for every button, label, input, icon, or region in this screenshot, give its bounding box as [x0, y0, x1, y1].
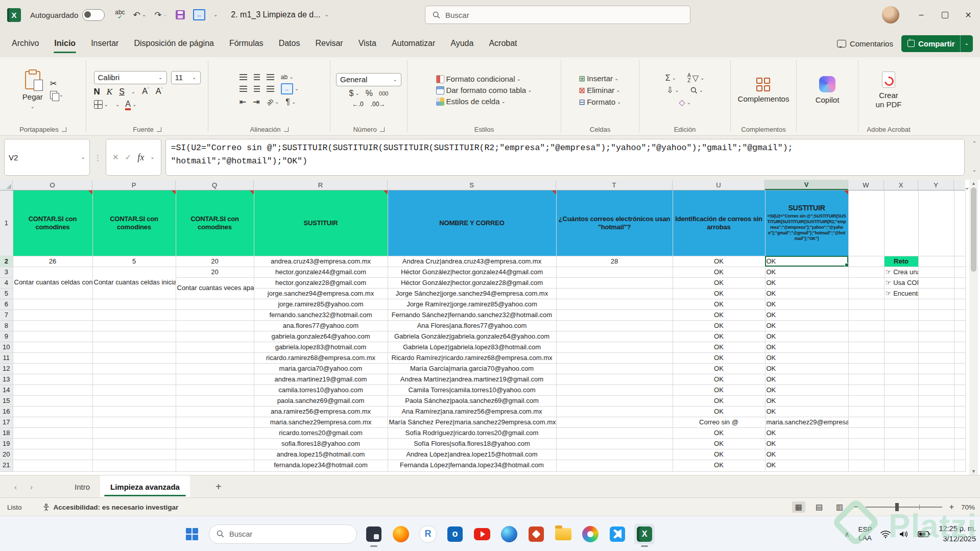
- wrap-text-button[interactable]: ab⌄: [281, 74, 294, 81]
- cell-W16[interactable]: [848, 406, 884, 417]
- cell-O16[interactable]: [13, 406, 92, 417]
- cell-S2[interactable]: Andrea Cruz|andrea.cruz43@empresa.com.mx: [388, 256, 556, 267]
- cell-U17[interactable]: Correo sin @: [673, 417, 765, 427]
- cell-T10[interactable]: [556, 342, 673, 352]
- cell-U21[interactable]: OK: [673, 460, 765, 471]
- cell-V19[interactable]: OK: [765, 438, 848, 449]
- cell-U19[interactable]: OK: [673, 438, 765, 449]
- cell-T19[interactable]: [556, 438, 673, 449]
- document-title[interactable]: 2. m1_3 Limpieza de d...⌄: [231, 10, 329, 19]
- cell-S19[interactable]: Sofía Flores|sofia.flores18@yahoo.com: [388, 438, 556, 449]
- cell-T2[interactable]: 28: [556, 256, 673, 267]
- share-button[interactable]: Compartir ⌄: [901, 35, 973, 52]
- wifi-icon[interactable]: [880, 530, 891, 538]
- cell-S8[interactable]: Ana Flores|ana.flores77@yahoo.com: [388, 320, 556, 331]
- cell-Q16[interactable]: [176, 406, 254, 417]
- cell-P17[interactable]: [92, 417, 176, 427]
- taskbar-youtube-button[interactable]: [472, 524, 492, 544]
- row-header-1[interactable]: 1: [0, 190, 13, 256]
- cell-W17[interactable]: [848, 417, 884, 427]
- cell-R11[interactable]: ricardo.ramirez68@empresa.com.mx: [254, 352, 388, 363]
- decrease-font-button[interactable]: Aˇ: [156, 87, 163, 96]
- cell-Y6[interactable]: [918, 299, 954, 309]
- cell-S9[interactable]: Gabriela González|gabriela.gonzalez64@ya…: [388, 331, 556, 342]
- cell-R20[interactable]: andrea.lopez15@hotmail.com: [254, 449, 388, 460]
- cell-W12[interactable]: [848, 363, 884, 374]
- column-header-S[interactable]: S: [388, 180, 556, 190]
- font-name-select[interactable]: Calibri⌄: [94, 71, 167, 84]
- cell-V4[interactable]: OK: [765, 277, 848, 288]
- clear-button[interactable]: ◇⌄: [679, 98, 691, 107]
- cell-O7[interactable]: [13, 309, 92, 320]
- cell-S20[interactable]: Andrea López|andrea.lopez15@hotmail.com: [388, 449, 556, 460]
- zoom-slider[interactable]: [866, 507, 942, 508]
- cell-Y7[interactable]: [918, 309, 954, 320]
- row-header-21[interactable]: 21: [0, 460, 13, 471]
- alignment-dialog-launcher[interactable]: [284, 127, 289, 132]
- column-header-W[interactable]: W: [848, 180, 884, 190]
- cell-P19[interactable]: [92, 438, 176, 449]
- accessibility-status[interactable]: Accesibilidad: es necesario investigar: [42, 504, 179, 511]
- cell-V7[interactable]: OK: [765, 309, 848, 320]
- taskbar-vscode-button[interactable]: [607, 524, 628, 544]
- tab-f-rmulas[interactable]: Fórmulas: [223, 35, 270, 52]
- cell-V2[interactable]: OK: [765, 256, 848, 267]
- taskbar-edge-button[interactable]: [499, 524, 519, 544]
- cancel-formula-icon[interactable]: ✕: [112, 153, 119, 162]
- header-cell-Q1[interactable]: CONTAR.SI con comodines: [176, 190, 254, 256]
- tab-inicio[interactable]: Inicio: [47, 35, 82, 52]
- paste-button[interactable]: Pegar⌄: [22, 71, 43, 109]
- cell-Y13[interactable]: [918, 374, 954, 385]
- cell-U4[interactable]: OK: [673, 277, 765, 288]
- taskbar-start-button[interactable]: [182, 524, 202, 544]
- font-size-select[interactable]: 11⌄: [171, 71, 201, 84]
- cell-Q15[interactable]: [176, 395, 254, 406]
- cell-Q6[interactable]: [176, 299, 254, 309]
- tab-vista[interactable]: Vista: [352, 35, 383, 52]
- cell-U13[interactable]: OK: [673, 374, 765, 385]
- row-header-10[interactable]: 10: [0, 342, 13, 352]
- cell-T18[interactable]: [556, 427, 673, 438]
- cell-R7[interactable]: fernando.sanchez32@hotmail.com: [254, 309, 388, 320]
- tab-archivo[interactable]: Archivo: [5, 35, 45, 52]
- formula-input[interactable]: =SI(U2="Correo sin @";SUSTITUIR(SUSTITUI…: [165, 139, 965, 176]
- cell-S7[interactable]: Fernando Sánchez|fernando.sanchez32@hotm…: [388, 309, 556, 320]
- text-direction-button[interactable]: ¶⌄: [285, 98, 296, 107]
- cell-P12[interactable]: [92, 363, 176, 374]
- cell-V5[interactable]: OK: [765, 288, 848, 299]
- cell-S17[interactable]: María Sánchez Perez|maria.sanchez29empre…: [388, 417, 556, 427]
- clipboard-dialog-launcher[interactable]: [62, 127, 66, 132]
- cell-W15[interactable]: [848, 395, 884, 406]
- align-top-button[interactable]: [240, 74, 247, 80]
- italic-button[interactable]: K: [107, 87, 112, 97]
- cell-Y15[interactable]: [918, 395, 954, 406]
- row-header-2[interactable]: 2: [0, 256, 13, 267]
- cell-O2[interactable]: 26: [13, 256, 92, 267]
- row-header-8[interactable]: 8: [0, 320, 13, 331]
- align-right-button[interactable]: [267, 86, 274, 92]
- cell-Y18[interactable]: [918, 427, 954, 438]
- cell-X9[interactable]: [884, 331, 918, 342]
- cell-Q21[interactable]: [176, 460, 254, 471]
- cell-Q20[interactable]: [176, 449, 254, 460]
- cell-P8[interactable]: [92, 320, 176, 331]
- column-header-X[interactable]: X: [884, 180, 918, 190]
- cell-X12[interactable]: [884, 363, 918, 374]
- cell-V10[interactable]: OK: [765, 342, 848, 352]
- cell-R17[interactable]: maria.sanchez29empresa.com.mx: [254, 417, 388, 427]
- cell-U5[interactable]: OK: [673, 288, 765, 299]
- tab-acrobat[interactable]: Acrobat: [482, 35, 523, 52]
- cell-Y11[interactable]: [918, 352, 954, 363]
- taskbar-app-r-button[interactable]: R: [418, 524, 438, 544]
- cell-R10[interactable]: gabriela.lopez83@hotmail.com: [254, 342, 388, 352]
- taskbar-presentation-button[interactable]: [526, 524, 546, 544]
- header-cell-O1[interactable]: CONTAR.SI con comodines: [13, 190, 92, 256]
- autosum-button[interactable]: Σ⌄: [665, 74, 676, 83]
- cell-S5[interactable]: Jorge Sánchez|jorge.sanchez94@empresa.co…: [388, 288, 556, 299]
- cell-Q3[interactable]: 20: [176, 267, 254, 277]
- header-cell-V1[interactable]: SUSTITUIR=SI(U2="Correo sin @";SUSTITUIR…: [765, 190, 848, 256]
- cell-V6[interactable]: OK: [765, 299, 848, 309]
- copy-button[interactable]: ⌄: [50, 91, 63, 99]
- cell-X20[interactable]: [884, 449, 918, 460]
- cell-P13[interactable]: [92, 374, 176, 385]
